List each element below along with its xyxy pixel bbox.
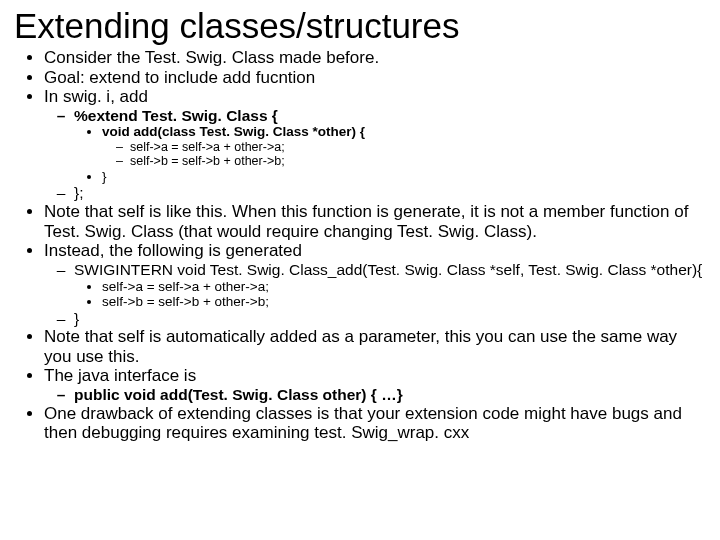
list-item: } xyxy=(102,169,706,185)
list-item: The java interface is xyxy=(44,366,706,386)
bullet-list-level3: self->a = self->a + other->a; self->b = … xyxy=(74,279,706,310)
list-item: public void add(Test. Swig. Class other)… xyxy=(74,386,706,404)
list-item: } xyxy=(74,310,706,328)
list-item: self->a = self->a + other->a; xyxy=(102,279,706,295)
list-item: }; xyxy=(74,184,706,202)
bullet-list-level2: SWIGINTERN void Test. Swig. Class_add(Te… xyxy=(44,261,706,328)
list-item: Instead, the following is generated xyxy=(44,241,706,261)
list-item: self->b = self->b + other->b; xyxy=(130,154,706,168)
list-item: One drawback of extending classes is tha… xyxy=(44,404,706,443)
bullet-list-level2: public void add(Test. Swig. Class other)… xyxy=(44,386,706,404)
slide: Extending classes/structures Consider th… xyxy=(0,0,720,540)
list-item: %extend Test. Swig. Class { xyxy=(74,107,706,125)
list-item: self->b = self->b + other->b; xyxy=(102,294,706,310)
list-item: In swig. i, add xyxy=(44,87,706,107)
slide-title: Extending classes/structures xyxy=(14,6,706,46)
bullet-list-level4: self->a = self->a + other->a; self->b = … xyxy=(102,140,706,169)
list-item: Note that self is automatically added as… xyxy=(44,327,706,366)
list-item: Note that self is like this. When this f… xyxy=(44,202,706,241)
list-item: void add(class Test. Swig. Class *other)… xyxy=(102,124,706,140)
bullet-list-level1: Consider the Test. Swig. Class made befo… xyxy=(14,48,706,443)
bullet-list-level3: void add(class Test. Swig. Class *other)… xyxy=(74,124,706,184)
bullet-list-level2: %extend Test. Swig. Class { void add(cla… xyxy=(44,107,706,202)
list-item: SWIGINTERN void Test. Swig. Class_add(Te… xyxy=(74,261,706,279)
list-item: Consider the Test. Swig. Class made befo… xyxy=(44,48,706,68)
list-item: self->a = self->a + other->a; xyxy=(130,140,706,154)
list-item: Goal: extend to include add fucntion xyxy=(44,68,706,88)
